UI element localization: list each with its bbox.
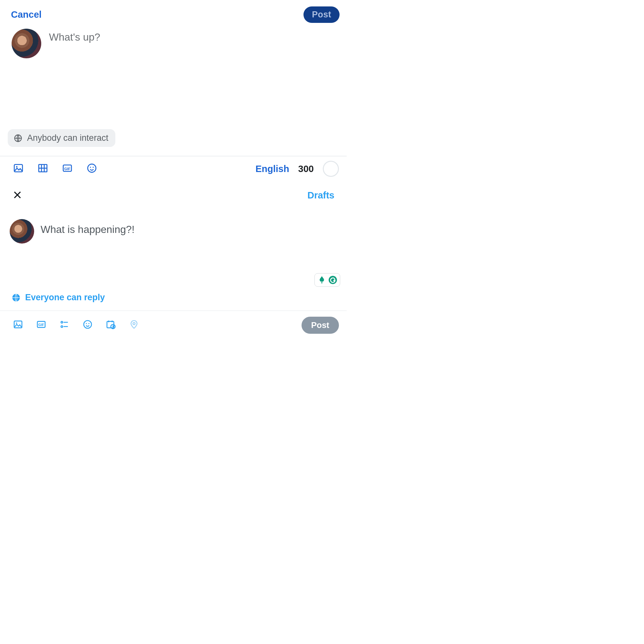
compose-input-top[interactable] [49,31,336,43]
globe-icon [14,134,23,143]
svg-point-10 [90,167,91,168]
toolbar-bottom-icons: GIF [13,319,139,331]
reply-audience-selector[interactable]: Everyone can reply [12,293,105,303]
poll-icon[interactable] [59,319,70,331]
cancel-button[interactable]: Cancel [11,9,42,20]
avatar [12,29,41,58]
post-button-top[interactable]: Post [303,6,340,23]
grammarly-wrap [0,273,347,293]
char-counter: 300 [298,164,314,174]
svg-text:GIF: GIF [64,167,71,171]
close-button[interactable] [12,190,23,201]
location-icon[interactable] [129,319,139,331]
svg-point-18 [16,322,17,324]
emoji-icon[interactable] [86,163,97,175]
gif-icon[interactable]: GIF [36,319,46,331]
composer-top: Cancel Post Anybody can interact GIF [0,0,347,183]
svg-point-9 [88,164,96,172]
globe-icon [12,293,21,302]
top-header: Cancel Post [0,0,347,25]
interact-chip-row: Anybody can interact [0,65,347,151]
image-icon[interactable] [13,319,23,331]
audience-label: Anybody can interact [27,133,108,143]
reply-audience-label: Everyone can reply [25,293,105,303]
svg-point-23 [61,326,62,327]
svg-rect-14 [321,282,322,284]
avatar [10,219,34,244]
post-button-bottom[interactable]: Post [302,317,339,334]
svg-point-2 [16,166,18,168]
svg-point-32 [133,322,135,325]
char-progress-ring [323,161,339,177]
composer-bottom: Drafts Everyone can reply GIF [0,183,347,334]
toolbar-top-right: English 300 [255,161,339,177]
compose-area-top [0,25,347,65]
language-selector[interactable]: English [255,164,289,174]
compose-input-bottom[interactable] [41,224,336,235]
compose-area-bottom [0,201,347,244]
svg-rect-1 [14,165,23,172]
drafts-link[interactable]: Drafts [307,190,334,201]
svg-point-21 [61,322,62,323]
toolbar-top: GIF English 300 [0,156,347,183]
audience-selector[interactable]: Anybody can interact [8,129,115,147]
svg-point-25 [84,321,91,328]
svg-point-26 [86,323,87,324]
emoji-icon[interactable] [82,319,93,331]
svg-point-11 [93,167,94,168]
grammarly-icon [328,275,337,284]
toolbar-bottom: GIF Post [0,311,347,334]
schedule-icon[interactable] [106,319,116,331]
video-icon[interactable] [37,163,48,175]
toolbar-top-icons: GIF [13,163,97,175]
image-icon[interactable] [13,163,24,175]
gif-icon[interactable]: GIF [62,163,73,175]
svg-text:GIF: GIF [38,323,44,327]
tip-icon [317,275,326,284]
close-icon [12,190,23,200]
bottom-header: Drafts [0,187,347,201]
svg-rect-17 [14,321,22,328]
grammarly-badge[interactable] [314,273,340,287]
svg-point-27 [88,323,89,324]
